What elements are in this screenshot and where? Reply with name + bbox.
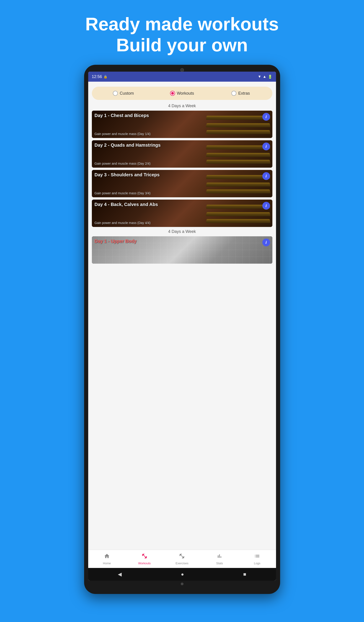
tablet-shell: 12:56 🔒 ▼ ▲ 🔋 Custom (84, 65, 280, 594)
card3-title: Day 3 - Shoulders and Triceps (95, 172, 160, 177)
recent-button[interactable]: ■ (243, 571, 246, 577)
card3-subtitle: Gain power and muscle mass (Day 3/4) (95, 191, 151, 195)
hero-line2: Build your own (116, 35, 248, 55)
segment-custom-label: Custom (120, 91, 134, 96)
screen-content: Custom Workouts Extras 4 Days a Week (88, 82, 276, 550)
home-icon (104, 553, 110, 561)
hero-line1: Ready made workouts (85, 14, 279, 34)
status-bar: 12:56 🔒 ▼ ▲ 🔋 (88, 72, 276, 82)
status-time: 12:56 (92, 74, 102, 79)
rack-bar-4 (206, 145, 270, 149)
rack-bar-8 (206, 182, 270, 186)
card5-info-btn[interactable]: i (262, 239, 270, 246)
segment-extras-label: Extras (238, 91, 250, 96)
hero-section: Ready made workouts Build your own (85, 14, 279, 56)
back-button[interactable]: ◀ (118, 571, 122, 577)
nav-exercises[interactable]: Exercises (173, 553, 191, 565)
rack-bar-7 (206, 175, 270, 179)
nav-workouts-label: Workouts (138, 562, 151, 565)
card2-title: Day 2 - Quads and Hamstrings (95, 143, 161, 148)
home-indicator (181, 583, 183, 585)
home-button[interactable]: ● (181, 571, 184, 577)
nav-home[interactable]: Home (98, 553, 116, 565)
workout-card-5[interactable]: Day 1 - Upper Body i (92, 236, 272, 264)
card1-title: Day 1 - Chest and Biceps (95, 113, 149, 118)
stats-icon (217, 553, 222, 561)
card4-title: Day 4 - Back, Calves and Abs (95, 202, 158, 207)
nav-home-label: Home (103, 562, 111, 565)
nav-logs[interactable]: Logs (248, 553, 266, 565)
workout-card-1[interactable]: Day 1 - Chest and Biceps Gain power and … (92, 111, 272, 138)
segment-custom[interactable]: Custom (94, 89, 153, 98)
workout-card-4[interactable]: Day 4 - Back, Calves and Abs Gain power … (92, 200, 272, 227)
tablet-screen: 12:56 🔒 ▼ ▲ 🔋 Custom (88, 72, 276, 581)
battery-icon: 🔋 (268, 75, 272, 79)
radio-workouts[interactable] (170, 91, 175, 96)
workout-card-2[interactable]: Day 2 - Quads and Hamstrings Gain power … (92, 140, 272, 168)
rack-bar-6 (206, 160, 270, 164)
rack-bar-1 (206, 116, 270, 119)
nav-stats-label: Stats (216, 562, 223, 565)
exercises-icon (179, 553, 185, 561)
segment-extras[interactable]: Extras (211, 89, 270, 98)
section-header-1: 4 Days a Week (88, 104, 276, 108)
radio-workouts-dot (171, 92, 174, 95)
bottom-nav: Home Workouts Exercises (88, 550, 276, 568)
segment-control[interactable]: Custom Workouts Extras (92, 87, 272, 100)
rack-bar-12 (206, 219, 270, 223)
nav-exercises-label: Exercises (176, 562, 188, 565)
segment-workouts[interactable]: Workouts (153, 89, 211, 98)
rack-bar-11 (206, 212, 270, 216)
workout-card-3[interactable]: Day 3 - Shoulders and Triceps Gain power… (92, 170, 272, 197)
card2-subtitle: Gain power and muscle mass (Day 2/4) (95, 162, 151, 165)
rack-bar-9 (206, 189, 270, 193)
rack-bar-5 (206, 153, 270, 157)
logs-icon (254, 553, 260, 561)
status-time-area: 12:56 🔒 (92, 74, 107, 79)
rack-bar-2 (206, 123, 270, 127)
nav-workouts[interactable]: Workouts (135, 553, 154, 565)
status-icons: ▼ ▲ 🔋 (258, 75, 272, 79)
nav-stats[interactable]: Stats (210, 553, 229, 565)
tablet-camera (180, 68, 184, 72)
card3-info-btn[interactable]: i (262, 172, 270, 180)
rack-bar-3 (206, 130, 270, 134)
signal-icon: ▲ (263, 75, 266, 79)
android-nav: ◀ ● ■ (88, 568, 276, 581)
radio-custom[interactable] (113, 91, 118, 96)
card4-subtitle: Gain power and muscle mass (Day 4/4) (95, 221, 151, 225)
card1-subtitle: Gain power and muscle mass (Day 1/4) (95, 132, 151, 136)
status-icon-lock: 🔒 (104, 75, 107, 78)
wifi-icon: ▼ (258, 75, 261, 79)
nav-logs-label: Logs (254, 562, 260, 565)
workouts-icon (142, 553, 147, 561)
card1-info-btn[interactable]: i (262, 113, 270, 121)
section-header-2: 4 Days a Week (88, 229, 276, 234)
rack-bar-10 (206, 205, 270, 209)
radio-extras[interactable] (231, 91, 236, 96)
card2-info-btn[interactable]: i (262, 143, 270, 150)
segment-workouts-label: Workouts (177, 91, 194, 96)
card5-title: Day 1 - Upper Body (95, 239, 137, 244)
card4-info-btn[interactable]: i (262, 202, 270, 210)
